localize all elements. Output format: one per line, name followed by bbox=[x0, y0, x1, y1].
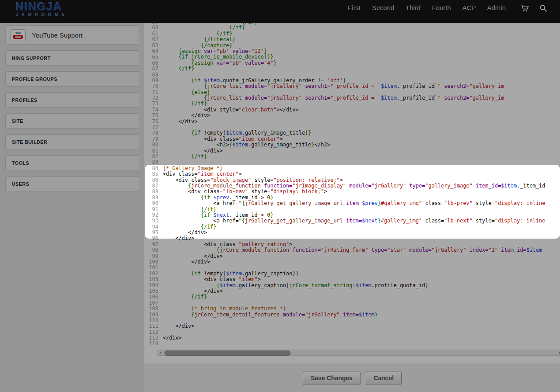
line-number: 103 bbox=[144, 277, 163, 282]
line-number: 100 bbox=[144, 259, 163, 265]
sidebar-item-profile-groups[interactable]: PROFILE GROUPS bbox=[5, 71, 139, 87]
nav-item-second[interactable]: Second bbox=[372, 4, 394, 11]
cancel-button[interactable]: Cancel bbox=[366, 371, 402, 385]
code-line-110: 110 bbox=[144, 318, 560, 323]
scroll-left-arrow[interactable]: ‹ bbox=[158, 350, 164, 355]
code-line-text: {/if} bbox=[163, 224, 217, 230]
cart-icon[interactable] bbox=[521, 4, 529, 13]
code-line-84: 84{* Gallery Image *} bbox=[144, 166, 560, 171]
topbar-nav: FirstSecondThirdFourthACPAdmin bbox=[348, 4, 506, 11]
line-number: 69 bbox=[144, 78, 163, 83]
code-line-90: 90<a href="{jrGallery_get_gallery_image_… bbox=[144, 201, 560, 206]
code-line-text: {if $next._item_id > 0} bbox=[163, 212, 273, 218]
code-line-88: 88<div class="lb-nav" style="display: bl… bbox=[144, 189, 560, 194]
sidebar-item-tools[interactable]: TOOLS bbox=[5, 155, 139, 170]
code-line-text: </div> bbox=[163, 253, 223, 259]
sidebar-item-ning-support[interactable]: NING SUPPORT bbox=[5, 50, 139, 66]
code-line-text: </div> bbox=[163, 119, 197, 125]
search-icon[interactable] bbox=[539, 4, 548, 13]
logo[interactable]: NINGJA JAMROOM5 bbox=[16, 1, 67, 17]
line-number: 65 bbox=[144, 54, 163, 60]
code-line-text: </div> bbox=[163, 335, 182, 341]
nav-item-first[interactable]: First bbox=[348, 4, 360, 11]
line-number: 101 bbox=[144, 265, 163, 271]
sidebar-item-label: SITE bbox=[12, 118, 23, 124]
code-line-text: {jrCore_item_detail_features module="jrG… bbox=[163, 312, 378, 318]
nav-item-fourth[interactable]: Fourth bbox=[432, 4, 451, 11]
line-number: 94 bbox=[144, 224, 163, 230]
line-number: 84 bbox=[144, 166, 163, 171]
line-number: 85 bbox=[144, 171, 163, 177]
sidebar-item-label: USERS bbox=[12, 181, 29, 187]
code-line-text: {jrCore_module_function function="jrRati… bbox=[163, 247, 542, 253]
line-number: 78 bbox=[144, 130, 163, 136]
line-number: 104 bbox=[144, 283, 163, 288]
line-number: 92 bbox=[144, 212, 163, 218]
topbar-icons bbox=[521, 4, 548, 13]
sidebar-item-youtube-support[interactable]: You Tube YouTube Support bbox=[5, 25, 139, 45]
sidebar-item-label: YouTube Support bbox=[32, 31, 83, 39]
line-number: 74 bbox=[144, 107, 163, 113]
topbar: NINGJA JAMROOM5 FirstSecondThirdFourthAC… bbox=[0, 0, 560, 23]
line-number: 106 bbox=[144, 294, 163, 300]
code-line-text: {if $item.quota_jrGallery_gallery_order … bbox=[163, 78, 346, 83]
line-number: 112 bbox=[144, 330, 163, 335]
code-line-64: 64{assign var="pb" value="12"} bbox=[144, 49, 560, 54]
line-number: 77 bbox=[144, 125, 163, 130]
line-number: 75 bbox=[144, 113, 163, 118]
code-line-67: 67{/if} bbox=[144, 66, 560, 72]
template-code-editor[interactable]: 59{/if}60{/if}61{/if}62{/literal}63{/cap… bbox=[144, 23, 560, 350]
code-line-83: 83 bbox=[144, 160, 560, 165]
line-number: 113 bbox=[144, 335, 163, 341]
code-line-text: {assign var="pb" value="12"} bbox=[163, 49, 267, 54]
sidebar: You Tube YouTube Support NING SUPPORTPRO… bbox=[0, 23, 144, 392]
code-line-93: 93<a href="{jrGallery_get_gallery_image_… bbox=[144, 218, 560, 224]
save-changes-button[interactable]: Save Changes bbox=[303, 371, 360, 385]
code-line-text: {/if} bbox=[163, 207, 217, 212]
code-line-105: 105</div> bbox=[144, 288, 560, 294]
code-line-text: <div class="block_image" style="position… bbox=[163, 177, 343, 183]
code-line-114: 114 bbox=[144, 341, 560, 347]
code-line-text: </div> bbox=[163, 236, 194, 241]
sidebar-item-label: PROFILES bbox=[12, 97, 37, 103]
code-line-69: 69{if $item.quota_jrGallery_gallery_orde… bbox=[144, 78, 560, 83]
code-line-91: 91{/if} bbox=[144, 207, 560, 212]
nav-item-acp[interactable]: ACP bbox=[462, 4, 476, 11]
scrollbar-track[interactable] bbox=[164, 350, 557, 355]
code-line-text: <h2>{$item.gallery_image_title}</h2> bbox=[163, 142, 330, 148]
code-line-text: {if !empty($item.gallery_image_title)} bbox=[163, 130, 312, 136]
code-line-text: </div> bbox=[163, 259, 210, 265]
line-number: 107 bbox=[144, 300, 163, 306]
page: NINGJA JAMROOM5 FirstSecondThirdFourthAC… bbox=[0, 0, 560, 392]
horizontal-scrollbar[interactable]: ‹ ‹ › bbox=[158, 350, 560, 356]
code-line-text: <div class="gallery_rating"> bbox=[163, 242, 292, 247]
code-line-text: {jrCore_list module="jrGallery" search1=… bbox=[163, 83, 504, 89]
code-line-108: 108{* bring in module features *} bbox=[144, 306, 560, 312]
code-line-99: 99</div> bbox=[144, 253, 560, 259]
code-line-78: 78{if !empty($item.gallery_image_title)} bbox=[144, 130, 560, 136]
nav-item-admin[interactable]: Admin bbox=[487, 4, 506, 11]
line-number: 87 bbox=[144, 183, 163, 189]
line-number: 68 bbox=[144, 72, 163, 78]
nav-item-third[interactable]: Third bbox=[406, 4, 420, 11]
sidebar-item-label: SITE BUILDER bbox=[12, 139, 47, 145]
code-line-98: 98{jrCore_module_function function="jrRa… bbox=[144, 247, 560, 253]
sidebar-item-site[interactable]: SITE bbox=[5, 113, 139, 128]
line-number: 72 bbox=[144, 95, 163, 101]
code-line-112: 112 bbox=[144, 330, 560, 335]
code-line-text: {$item.gallery_caption|jrCore_format_str… bbox=[163, 283, 428, 288]
code-line-111: 111</div> bbox=[144, 323, 560, 329]
line-number: 82 bbox=[144, 154, 163, 160]
code-line-102: 102{if !empty($item.gallery_caption)} bbox=[144, 271, 560, 277]
scrollbar-thumb[interactable] bbox=[164, 350, 290, 356]
line-number: 67 bbox=[144, 66, 163, 72]
code-line-103: 103<div class="item"> bbox=[144, 277, 560, 282]
scroll-left-arrow-secondary[interactable]: ‹ bbox=[557, 350, 560, 355]
sidebar-item-profiles[interactable]: PROFILES bbox=[5, 92, 139, 108]
sidebar-item-list: NING SUPPORTPROFILE GROUPSPROFILESSITESI… bbox=[5, 50, 139, 191]
line-number: 64 bbox=[144, 49, 163, 54]
code-line-101: 101 bbox=[144, 265, 560, 271]
code-line-60: 60{/if} bbox=[144, 25, 560, 31]
sidebar-item-site-builder[interactable]: SITE BUILDER bbox=[5, 134, 139, 149]
sidebar-item-users[interactable]: USERS bbox=[5, 176, 139, 191]
